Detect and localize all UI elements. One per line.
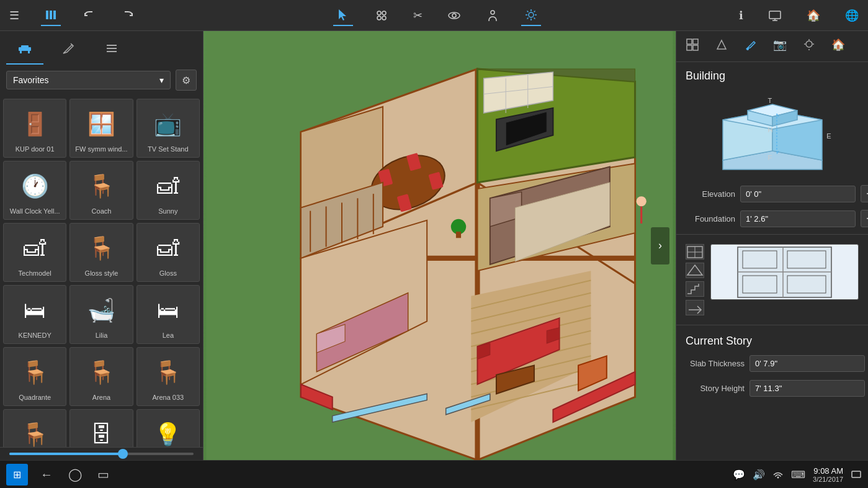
- svg-point-9: [452, 14, 456, 17]
- svg-point-10: [491, 11, 494, 14]
- floor-stairs-icon[interactable]: [686, 281, 704, 297]
- item-thumb-quadrante: 🪑: [13, 353, 56, 392]
- library-icon[interactable]: [41, 5, 61, 26]
- globe-icon[interactable]: 🌐: [842, 6, 862, 25]
- item-lea[interactable]: 🛏Lea: [136, 285, 200, 344]
- volume-icon[interactable]: 🔊: [753, 469, 765, 481]
- expand-arrow[interactable]: ›: [651, 227, 669, 264]
- light-right-tab[interactable]: [796, 34, 822, 58]
- center-canvas[interactable]: ›: [204, 31, 676, 460]
- item-label-arena-033: Arena 033: [141, 394, 195, 402]
- home-icon[interactable]: 🏠: [803, 6, 823, 25]
- slab-thickness-label: Slab Thickness: [686, 359, 745, 368]
- item-label-coach: Coach: [75, 207, 128, 215]
- svg-rect-86: [693, 39, 698, 44]
- story-height-input[interactable]: [749, 380, 865, 397]
- building-visual: T H F E: [676, 86, 868, 181]
- draw-tab[interactable]: [50, 36, 87, 65]
- item-label-kennedy: KENNEDY: [8, 332, 61, 340]
- multitask-button[interactable]: ▭: [94, 464, 112, 485]
- item-kup-door[interactable]: 🚪KUP door 01: [3, 99, 66, 158]
- item-thumb-sunny: 🛋: [146, 166, 190, 206]
- item-tv-stand[interactable]: 📺TV Set Stand: [136, 99, 200, 158]
- slider-thumb[interactable]: [118, 449, 128, 459]
- item-label-quadrante: Quadrante: [8, 394, 61, 402]
- item-lilia[interactable]: 🛁Lilia: [69, 285, 133, 344]
- item-thumb-techmodel: 🛋: [13, 228, 56, 268]
- build-right-tab[interactable]: [709, 34, 735, 58]
- item-gloss[interactable]: 🛋Gloss: [136, 223, 200, 282]
- svg-point-117: [777, 477, 779, 479]
- cursor-icon[interactable]: [333, 5, 353, 26]
- floor-plan-view[interactable]: [204, 31, 676, 460]
- info-icon[interactable]: ℹ: [736, 6, 746, 25]
- item-fw-wind[interactable]: 🪟FW symm wind...: [69, 99, 133, 158]
- arrange-right-tab[interactable]: [679, 34, 705, 58]
- paint-right-tab[interactable]: [738, 34, 764, 58]
- item-wall-clock[interactable]: 🕐Wall Clock Yell...: [3, 161, 66, 220]
- item-thumb-lilia: 🛁: [79, 291, 123, 330]
- item-sunny[interactable]: 🛋Sunny: [136, 161, 200, 220]
- item-arena[interactable]: 🪑Arena: [69, 347, 133, 406]
- item-gloss-style[interactable]: 🪑Gloss style: [69, 223, 133, 282]
- notifications-icon[interactable]: [851, 468, 862, 481]
- slab-thickness-input[interactable]: [749, 355, 865, 372]
- group-icon[interactable]: [372, 6, 391, 25]
- floor-thumb-1[interactable]: [686, 244, 704, 260]
- items-grid: 🚪KUP door 01🪟FW symm wind...📺TV Set Stan…: [0, 96, 203, 447]
- item-item-lamp[interactable]: 💡Lamp: [136, 409, 200, 447]
- svg-rect-85: [687, 39, 692, 44]
- item-kennedy[interactable]: 🛏KENNEDY: [3, 285, 66, 344]
- person-icon[interactable]: [483, 6, 503, 25]
- item-label-gloss-style: Gloss style: [75, 269, 128, 278]
- furniture-tab[interactable]: [6, 36, 43, 65]
- list-tab[interactable]: [93, 36, 130, 65]
- start-button[interactable]: ⊞: [6, 464, 28, 486]
- floor-roof-icon[interactable]: [686, 263, 704, 278]
- svg-marker-3: [339, 9, 346, 20]
- menu-icon[interactable]: ☰: [6, 6, 22, 25]
- item-label-tv-stand: TV Set Stand: [141, 145, 195, 153]
- foundation-label: Foundation: [686, 214, 735, 224]
- undo-icon[interactable]: [79, 6, 99, 25]
- foundation-row: Foundation − +: [676, 206, 868, 231]
- foundation-input[interactable]: [740, 210, 856, 227]
- elevation-input[interactable]: [740, 186, 856, 202]
- svg-point-90: [806, 41, 812, 47]
- foundation-minus-button[interactable]: −: [861, 210, 868, 227]
- keyboard-icon[interactable]: ⌨: [791, 469, 805, 481]
- settings-button[interactable]: ⚙: [176, 70, 197, 91]
- item-arena-033[interactable]: 🪑Arena 033: [136, 347, 200, 406]
- scissors-icon[interactable]: ✂: [410, 6, 426, 25]
- label-F: F: [768, 154, 772, 161]
- item-techmodel[interactable]: 🛋Techmodel: [3, 223, 66, 282]
- network-icon[interactable]: [772, 468, 784, 481]
- svg-marker-108: [687, 265, 702, 275]
- chat-icon[interactable]: 💬: [733, 469, 745, 481]
- home-right-tab[interactable]: 🏠: [825, 34, 851, 58]
- item-thumb-wall-clock: 🕐: [13, 166, 56, 206]
- item-coach[interactable]: 🪑Coach: [69, 161, 133, 220]
- sun-icon[interactable]: [521, 5, 541, 26]
- item-quadrante[interactable]: 🪑Quadrante: [3, 347, 66, 406]
- favorites-dropdown[interactable]: Favorites ▾: [6, 71, 171, 89]
- svg-point-11: [529, 12, 534, 17]
- item-item-chair[interactable]: 🪑Chair: [3, 409, 66, 447]
- size-slider: [0, 447, 203, 460]
- floor-export-icon[interactable]: [686, 300, 704, 315]
- svg-rect-87: [687, 45, 692, 50]
- home-button[interactable]: ◯: [65, 464, 85, 485]
- camera-right-tab[interactable]: 📷: [767, 34, 793, 58]
- redo-icon[interactable]: [118, 6, 138, 25]
- item-item-shelf[interactable]: 🗄Shelf: [69, 409, 133, 447]
- svg-rect-1: [50, 11, 52, 19]
- svg-rect-88: [693, 45, 698, 50]
- svg-rect-26: [21, 45, 29, 48]
- left-panel-tabs: [0, 31, 203, 65]
- back-button[interactable]: ←: [37, 464, 56, 485]
- eye-icon[interactable]: [444, 6, 464, 25]
- floor-plan-thumbnail[interactable]: [710, 244, 859, 300]
- elevation-minus-button[interactable]: −: [861, 185, 868, 202]
- screen-icon[interactable]: [765, 6, 785, 25]
- svg-rect-20: [769, 11, 781, 19]
